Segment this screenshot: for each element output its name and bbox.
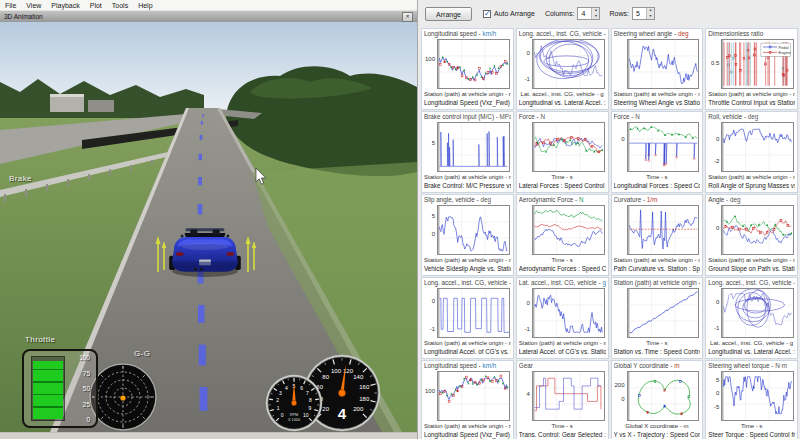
- plot-cell-13[interactable]: Long. accel., inst. CG, vehicle - g0-1St…: [421, 277, 514, 359]
- svg-text:3: 3: [279, 390, 282, 396]
- plot-area[interactable]: [721, 122, 794, 172]
- plot-area[interactable]: [532, 288, 605, 338]
- rows-spinner[interactable]: 5 ▲ ▼: [632, 7, 655, 20]
- plot-x-axis-label: Global X coordinate - m: [614, 422, 701, 430]
- plot-y-axis-ticks: [614, 205, 627, 255]
- plot-caption: Longitudinal Accel. of CG's vs. Statio: [424, 347, 511, 356]
- plot-title: Station (path) at vehicle origin - m: [614, 279, 701, 287]
- plot-y-axis-ticks: 50: [424, 205, 437, 255]
- plot-caption: Aerodynamic Forces : Speed Control: [519, 264, 606, 273]
- plot-cell-10[interactable]: Aerodynamic Force - NTime - sAerodynamic…: [516, 194, 609, 276]
- plot-area[interactable]: [532, 122, 605, 172]
- menu-item-view[interactable]: View: [21, 2, 46, 9]
- plot-area[interactable]: [721, 205, 794, 255]
- menu-item-file[interactable]: File: [0, 2, 21, 9]
- plot-x-axis-label: Station (path) at vehicle origin - r: [424, 90, 511, 98]
- plot-panel: Arrange Auto Arrange Columns: 4 ▲ ▼ Rows…: [417, 0, 800, 439]
- plot-title: Longitudinal speed - km/h: [424, 30, 511, 38]
- plot-caption: Longitudinal vs. Lateral Accel. : Spee: [519, 98, 606, 107]
- plot-y-axis-ticks: 4: [519, 371, 532, 421]
- menu-item-plot[interactable]: Plot: [85, 2, 107, 9]
- plot-caption: Trans. Control: Gear Selected : Spee: [519, 430, 606, 439]
- plot-y-axis-ticks: 0-1: [519, 288, 532, 338]
- plot-cell-3[interactable]: Steering wheel angle - degStation (path)…: [611, 28, 704, 110]
- plot-area[interactable]: [437, 39, 510, 89]
- 3d-scene-view[interactable]: Brake Throttle G-G 1007550250 2040608010…: [0, 22, 417, 432]
- plot-cell-11[interactable]: Curvature - 1/mStation (path) at vehicle…: [611, 194, 704, 276]
- plot-y-axis-ticks: 0-1: [519, 39, 532, 89]
- menu-item-playback[interactable]: Playback: [46, 2, 84, 9]
- svg-text:8: 8: [309, 397, 312, 403]
- plot-cell-1[interactable]: Longitudinal speed - km/h100Station (pat…: [421, 28, 514, 110]
- plot-x-axis-label: Station (path) at vehicle origin - r: [424, 422, 511, 430]
- plot-x-axis-label: Time - s: [614, 173, 701, 181]
- plot-area[interactable]: [437, 371, 510, 421]
- plot-title: Force - N: [614, 113, 701, 121]
- plot-area[interactable]: [627, 205, 700, 255]
- plot-cell-16[interactable]: Long. accel., inst. CG, vehicle - g0-1La…: [705, 277, 798, 359]
- plot-area[interactable]: [627, 39, 700, 89]
- plot-caption: Y vs X - Trajectory : Speed Control fr: [614, 430, 701, 439]
- throttle-tick-label: 75: [79, 370, 90, 377]
- menu-item-tools[interactable]: Tools: [107, 2, 133, 9]
- plot-x-axis-label: Time - s: [519, 422, 606, 430]
- menu-item-help[interactable]: Help: [133, 2, 157, 9]
- plot-cell-4[interactable]: Dimensionless ratio0.5PedalEngineStation…: [705, 28, 798, 110]
- plot-cell-19[interactable]: Global Y coordinate - m2000Global X coor…: [611, 360, 704, 439]
- plot-y-axis-ticks: 0.5: [708, 39, 721, 89]
- plot-area[interactable]: [721, 288, 794, 338]
- plot-title: Steering wheel angle - deg: [614, 30, 701, 38]
- 3d-animation-titlebar[interactable]: 3D Animation ✕: [0, 11, 417, 22]
- columns-spinner[interactable]: 4 ▲ ▼: [577, 7, 600, 20]
- plot-cell-17[interactable]: Longitudinal speed - km/h100Station (pat…: [421, 360, 514, 439]
- plot-caption: Longitudinal Speed (Vxz_Fwd) vs. St: [424, 98, 511, 107]
- plot-area[interactable]: [627, 371, 700, 421]
- plot-x-axis-label: Lat. accel., inst. CG, vehicle - g: [708, 339, 795, 347]
- plot-area[interactable]: [532, 205, 605, 255]
- plot-area[interactable]: [437, 205, 510, 255]
- plot-cell-14[interactable]: Lat. accel., inst. CG, vehicle - g0-1Sta…: [516, 277, 609, 359]
- plot-y-axis-ticks: 0-1: [708, 288, 721, 338]
- plot-title: Long. accel., inst. CG, vehicle - g: [708, 279, 795, 287]
- plot-area[interactable]: [627, 288, 700, 338]
- plot-caption: Steering Wheel Angle vs Station : Sp: [614, 98, 701, 107]
- plot-cell-15[interactable]: Station (path) at vehicle origin - mTime…: [611, 277, 704, 359]
- plot-area[interactable]: [437, 122, 510, 172]
- plot-cell-2[interactable]: Long. accel., inst. CG, vehicle - g0-1La…: [516, 28, 609, 110]
- plot-area[interactable]: PedalEngine: [721, 39, 794, 89]
- plot-area[interactable]: [437, 288, 510, 338]
- columns-spin-down-icon[interactable]: ▼: [592, 14, 599, 20]
- plot-cell-9[interactable]: Slip angle, vehicle - deg50Station (path…: [421, 194, 514, 276]
- rows-spin-down-icon[interactable]: ▼: [647, 14, 654, 20]
- plot-cell-6[interactable]: Force - NTime - sLateral Forces : Speed …: [516, 111, 609, 193]
- plot-toolbar: Arrange Auto Arrange Columns: 4 ▲ ▼ Rows…: [425, 5, 798, 22]
- plot-y-axis-ticks: [519, 205, 532, 255]
- plot-x-axis-label: Time - s: [708, 422, 795, 430]
- plot-area[interactable]: [627, 122, 700, 172]
- svg-text:6: 6: [300, 385, 303, 391]
- plot-area[interactable]: [721, 371, 794, 421]
- brake-gauge-label: Brake: [9, 174, 32, 183]
- menu-bar: FileViewPlaybackPlotToolsHelp: [0, 0, 417, 11]
- plot-area[interactable]: [532, 39, 605, 89]
- arrange-button[interactable]: Arrange: [425, 7, 472, 21]
- close-icon[interactable]: ✕: [402, 12, 413, 22]
- plot-cell-5[interactable]: Brake control input (M/C) - MPa5Station …: [421, 111, 514, 193]
- plot-cell-12[interactable]: Angle - deg0Station (path) at vehicle or…: [705, 194, 798, 276]
- svg-text:4: 4: [285, 385, 288, 391]
- throttle-tick-label: 50: [79, 385, 90, 392]
- throttle-tick-label: 25: [79, 401, 90, 408]
- plot-cell-7[interactable]: Force - N0Time - sLongitudinal Forces : …: [611, 111, 704, 193]
- auto-arrange-checkbox[interactable]: [483, 10, 491, 18]
- plot-cell-18[interactable]: Gear4Time - sTrans. Control: Gear Select…: [516, 360, 609, 439]
- plot-title: Angle - deg: [708, 196, 795, 204]
- svg-text:200: 200: [353, 406, 364, 412]
- plot-cell-8[interactable]: Roll, vehicle - deg0-2Station (path) at …: [705, 111, 798, 193]
- plot-y-axis-ticks: 100: [424, 39, 437, 89]
- plot-cell-20[interactable]: Steering wheel torque - N·m50-5Time - sS…: [705, 360, 798, 439]
- plot-title: Gear: [519, 362, 606, 370]
- plot-area[interactable]: [532, 371, 605, 421]
- 3d-animation-title: 3D Animation: [4, 13, 43, 20]
- svg-text:0: 0: [281, 412, 284, 418]
- grandstand-roof: [50, 94, 84, 97]
